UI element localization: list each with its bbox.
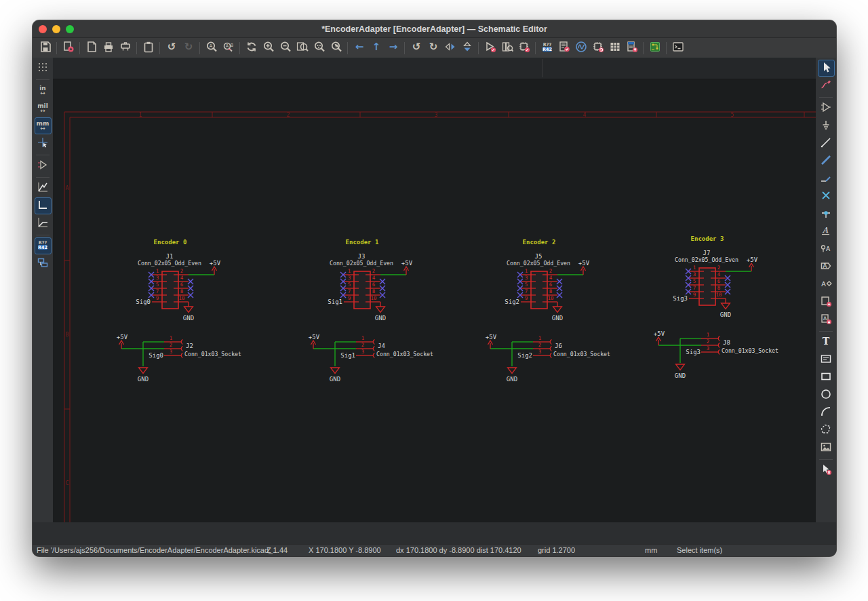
connector-J3[interactable]: J3Conn_02x05_Odd_Even12345678910+5VGNDSi… [328,253,412,322]
pin-number[interactable]: 7 [693,285,696,291]
add-power-button[interactable] [818,117,835,134]
find-button[interactable]: A [203,39,220,56]
connector-body[interactable] [531,271,547,309]
power-flag-5v[interactable]: +5V [486,334,497,349]
footprint-editor-button[interactable] [515,39,532,56]
add-netclass-directive-button[interactable]: A [818,241,835,258]
gnd-label[interactable]: GND [720,311,731,318]
pin-number[interactable]: 2 [372,268,376,274]
pin-number[interactable]: 9 [693,292,696,298]
save-button[interactable] [37,39,54,56]
paste-button[interactable] [140,39,157,56]
pin-number[interactable]: 7 [156,288,159,294]
gnd-flag[interactable]: GND [330,368,340,383]
pin-number[interactable]: 1 [156,268,159,274]
delete-tool-button[interactable] [818,462,835,479]
add-arc-button[interactable] [818,404,835,421]
reference-designator[interactable]: J2 [186,343,193,349]
symbol-value[interactable]: Conn_02x05_Odd_Even [675,256,738,263]
print-button[interactable] [100,39,117,56]
no-connect-x[interactable] [557,292,562,298]
encoder-title[interactable]: Encoder 3 [691,235,724,242]
annotate-button[interactable]: R??R42 [538,39,555,56]
no-connect-x[interactable] [725,275,730,281]
reference-designator[interactable]: J5 [535,253,542,260]
assign-footprints-button[interactable] [589,39,606,56]
add-sheet-button[interactable] [818,294,835,311]
connector-J6[interactable]: J6Conn_01x03_Socket123+5VGNDSig2 [486,334,610,383]
pin-number[interactable]: 3 [707,345,710,351]
add-hierarchical-label-button[interactable]: A [818,276,835,293]
pin-number[interactable]: 3 [170,349,173,355]
gnd-flag[interactable]: GND [552,307,563,322]
wire-hv-button[interactable] [35,197,52,214]
no-connect-x[interactable] [557,286,562,291]
encoder-1-group[interactable]: Encoder 1J3Conn_02x05_Odd_Even1234567891… [309,239,433,383]
pin-number[interactable]: 10 [715,292,722,298]
gnd-label[interactable]: GND [675,372,686,379]
no-connect-x[interactable] [380,292,385,298]
pin-number[interactable]: 1 [348,268,351,274]
mirror-vertical-button[interactable] [458,39,475,56]
pin-number[interactable]: 3 [348,275,351,281]
no-connect-x[interactable] [188,292,193,298]
zoom-out-button[interactable] [277,39,294,56]
encoder-title[interactable]: Encoder 2 [523,239,556,246]
nav-back-button[interactable]: ← [351,39,368,56]
power-flag-5v[interactable]: +5V [654,330,665,345]
pin-number[interactable]: 9 [525,295,528,301]
power-flag-5v[interactable]: +5V [747,256,758,271]
gnd-label[interactable]: GND [330,376,340,383]
connector-J1[interactable]: J1Conn_02x05_Odd_Even12345678910+5VGNDSi… [136,253,220,322]
connector-J7[interactable]: J7Conn_02x05_Odd_Even12345678910+5VGNDSi… [673,250,757,318]
power-flag-5v[interactable]: +5V [117,334,128,349]
wire-45-button[interactable] [35,215,52,232]
gnd-label[interactable]: GND [507,376,517,383]
library-browser-button[interactable] [498,39,515,56]
net-label[interactable]: Sig2 [517,352,532,359]
pin-number[interactable]: 4 [180,275,184,281]
pin-number[interactable]: 4 [717,271,721,277]
cursor-shape-button[interactable] [35,135,52,152]
net-label[interactable]: Sig1 [340,352,355,359]
no-connect-x[interactable] [725,282,730,288]
encoder-title[interactable]: Encoder 0 [154,239,187,246]
undo-button[interactable]: ↺ [163,39,180,56]
pin-number[interactable]: 9 [348,295,351,301]
add-label-button[interactable]: A [818,223,835,240]
add-global-label-button[interactable]: A [818,258,835,275]
connector-J2[interactable]: J2Conn_01x03_Socket123+5VGNDSig0 [117,334,241,383]
pin-number[interactable]: 1 [525,268,528,274]
power-flag-5v[interactable]: +5V [401,260,413,275]
units-inches-button[interactable]: in↔ [35,82,52,99]
zoom-objects-button[interactable] [311,39,328,56]
gnd-flag[interactable]: GND [138,368,149,383]
schematic-canvas[interactable]: 12345ABCEncoder 0J1Conn_02x05_Odd_Even12… [53,79,816,522]
redo-button[interactable]: ↻ [180,39,197,56]
highlight-net-button[interactable] [818,77,835,94]
symbol-value[interactable]: Conn_01x03_Socket [184,351,241,357]
pin-number[interactable]: 8 [717,285,721,291]
mirror-horizontal-button[interactable] [441,39,458,56]
power-flag-5v[interactable]: +5V [309,334,320,349]
annotate-auto-button[interactable]: R??R42 [35,237,52,254]
pin-number[interactable]: 2 [707,338,710,345]
select-tool-button[interactable] [818,60,835,77]
pin-number[interactable]: 1 [707,332,710,338]
pin-number[interactable]: 1 [170,335,173,341]
add-circle-button[interactable] [818,387,835,404]
net-label[interactable]: Sig3 [673,295,688,302]
reference-designator[interactable]: J6 [555,343,562,349]
encoder-0-group[interactable]: Encoder 0J1Conn_02x05_Odd_Even1234567891… [117,239,241,383]
schematic-setup-button[interactable] [60,39,77,56]
pin-number[interactable]: 3 [361,349,365,355]
export-bom-button[interactable] [623,39,640,56]
zoom-fit-button[interactable] [294,39,311,56]
reference-designator[interactable]: J8 [723,339,730,346]
add-polyline-button[interactable] [818,422,835,439]
power-label[interactable]: +5V [747,256,758,263]
pin-number[interactable]: 4 [372,275,376,281]
gnd-flag[interactable]: GND [675,364,686,379]
python-console-button[interactable] [669,39,686,56]
pin-number[interactable]: 2 [170,342,173,348]
